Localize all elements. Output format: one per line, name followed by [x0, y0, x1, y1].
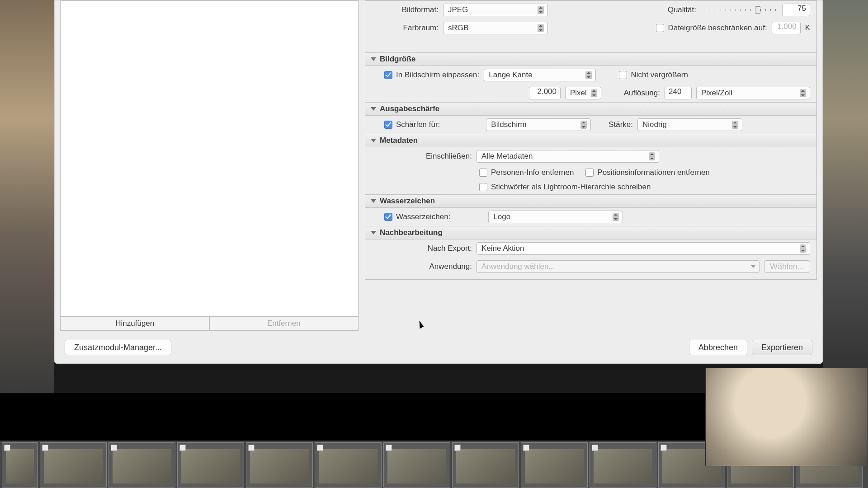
section-post-processing[interactable]: Nachbearbeitung	[365, 226, 816, 239]
flag-icon	[248, 445, 255, 451]
fit-select[interactable]: Lange Kante	[484, 69, 596, 81]
remove-location-checkbox[interactable]: Positionsinformationen entfernen	[585, 168, 710, 177]
chevron-updown-icon	[800, 89, 806, 97]
flag-icon	[42, 445, 48, 451]
dimension-unit-select[interactable]: Pixel	[565, 87, 601, 99]
chevron-updown-icon	[613, 213, 619, 221]
chevron-down-icon	[751, 265, 755, 268]
add-preset-button[interactable]: Hinzufügen	[61, 317, 209, 330]
disclosure-triangle-icon	[371, 199, 376, 203]
section-watermark[interactable]: Wasserzeichen	[365, 194, 816, 208]
export-dialog: Hinzufügen Entfernen Bildformat: JPEG Qu…	[54, 0, 823, 364]
include-select[interactable]: Alle Metadaten	[476, 150, 659, 163]
chevron-updown-icon	[580, 121, 587, 129]
fit-checkbox[interactable]: In Bildschirm einpassen:	[384, 70, 479, 80]
flag-icon	[317, 445, 323, 451]
dimension-input[interactable]: 2.000	[529, 87, 561, 99]
application-label: Anwendung:	[372, 262, 472, 271]
flag-icon	[523, 445, 529, 451]
chevron-updown-icon	[538, 6, 544, 14]
section-image-sizing[interactable]: Bildgröße	[365, 52, 816, 66]
flag-icon	[111, 445, 117, 451]
limit-filesize-checkbox[interactable]: Dateigröße beschränken auf:	[656, 23, 767, 33]
watermark-checkbox[interactable]: Wasserzeichen:	[384, 212, 450, 221]
thumbnail[interactable]	[315, 442, 382, 488]
format-label: Bildformat:	[372, 5, 439, 14]
thumbnail[interactable]	[246, 442, 313, 488]
thumbnail[interactable]	[383, 442, 450, 488]
sharpen-for-select[interactable]: Bildschirm	[486, 118, 591, 131]
thumbnail[interactable]	[452, 442, 519, 488]
preset-list[interactable]	[60, 0, 359, 317]
limit-unit: K	[805, 23, 810, 33]
colorspace-select[interactable]: sRGB	[443, 22, 548, 34]
remove-preset-button: Entfernen	[209, 317, 359, 330]
chevron-updown-icon	[585, 71, 592, 79]
thumbnail[interactable]	[177, 442, 244, 488]
limit-filesize-input[interactable]: 1.000	[772, 22, 801, 34]
export-button[interactable]: Exportieren	[752, 340, 812, 355]
flag-icon	[4, 445, 10, 451]
flag-icon	[592, 445, 598, 451]
disclosure-triangle-icon	[371, 231, 376, 235]
thumbnail[interactable]	[590, 442, 656, 488]
watermark-select[interactable]: Logo	[488, 211, 623, 223]
quality-label: Qualität:	[668, 5, 696, 14]
resolution-input[interactable]: 240	[665, 87, 692, 99]
no-enlarge-checkbox[interactable]: Nicht vergrößern	[619, 70, 688, 80]
webcam-overlay	[705, 368, 868, 466]
flag-icon	[386, 445, 392, 451]
quality-slider[interactable]	[701, 5, 778, 14]
keyword-hierarchy-checkbox[interactable]: Stichwörter als Lightroom-Hierarchie sch…	[479, 183, 651, 192]
after-export-select[interactable]: Keine Aktion	[476, 242, 810, 255]
plugin-manager-button[interactable]: Zusatzmodul-Manager...	[65, 340, 171, 355]
sharpen-amount-label: Stärke:	[609, 120, 633, 129]
cancel-button[interactable]: Abbrechen	[689, 340, 747, 355]
disclosure-triangle-icon	[371, 57, 376, 61]
sharpen-checkbox[interactable]: Schärfen für:	[384, 120, 440, 129]
thumbnail[interactable]	[521, 442, 588, 488]
flag-icon	[179, 445, 186, 451]
chevron-updown-icon	[591, 89, 597, 97]
disclosure-triangle-icon	[371, 139, 376, 142]
thumbnail[interactable]	[108, 442, 175, 488]
sharpen-amount-select[interactable]: Niedrig	[637, 118, 742, 131]
format-select[interactable]: JPEG	[443, 4, 548, 16]
chevron-updown-icon	[732, 121, 738, 129]
flag-icon	[454, 445, 461, 451]
application-select: Anwendung wählen...	[476, 260, 760, 273]
colorspace-label: Farbraum:	[372, 23, 439, 33]
thumbnail[interactable]	[2, 442, 38, 488]
choose-app-button: Wählen...	[764, 260, 810, 273]
chevron-updown-icon	[649, 152, 655, 160]
disclosure-triangle-icon	[371, 107, 376, 111]
chevron-updown-icon	[538, 24, 544, 32]
after-export-label: Nach Export:	[372, 244, 472, 253]
section-metadata[interactable]: Metadaten	[365, 134, 816, 147]
flag-icon	[660, 445, 667, 451]
resolution-unit-select[interactable]: Pixel/Zoll	[696, 87, 810, 99]
remove-person-checkbox[interactable]: Personen-Info entfernen	[479, 168, 574, 177]
thumbnail[interactable]	[40, 442, 107, 488]
section-output-sharpening[interactable]: Ausgabeschärfe	[365, 102, 816, 116]
chevron-updown-icon	[800, 244, 806, 253]
resolution-label: Auflösung:	[624, 89, 660, 98]
quality-input[interactable]: 75	[782, 4, 810, 16]
include-label: Einschließen:	[372, 152, 472, 161]
